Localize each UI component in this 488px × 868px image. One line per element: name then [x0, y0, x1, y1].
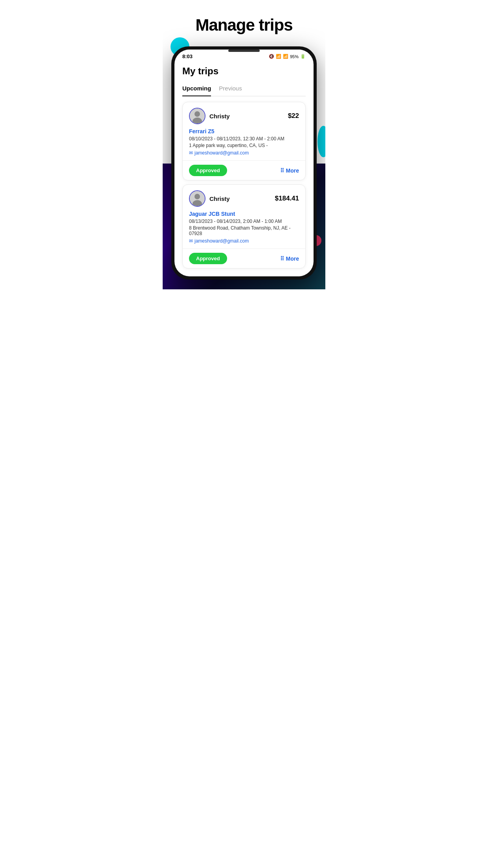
app-title: My trips — [182, 66, 306, 77]
trip-2-car: Jaguar JCB Stunt — [189, 211, 299, 217]
tab-upcoming[interactable]: Upcoming — [182, 83, 211, 96]
battery-icon: 🔋 — [300, 54, 306, 59]
status-icons: 🔇 📶 📶 95% 🔋 — [269, 54, 306, 59]
trip-2-bottom: Approved ⠿ More — [183, 248, 305, 268]
page-title-area: Manage trips — [163, 0, 325, 42]
trip-2-dates: 08/13/2023 - 08/14/2023, 2:00 AM - 1:00 … — [189, 219, 299, 224]
svg-point-1 — [194, 111, 200, 117]
trip-1-email: ✉ jameshoward@gmail.com — [189, 150, 299, 156]
wifi-icon: 📶 — [276, 54, 281, 59]
status-time: 8:03 — [182, 53, 193, 59]
trip-1-address: 1 Apple park way, cupertino, CA, US - — [189, 143, 299, 148]
svg-point-4 — [194, 194, 200, 199]
trip-2-user: Christy — [189, 190, 230, 207]
trip-1-more-icon: ⠿ — [280, 167, 284, 174]
app-content: My trips Upcoming Previous — [174, 62, 314, 276]
trip-1-more-label: More — [286, 167, 299, 174]
trip-card-1: Christy $22 Ferrari Z5 08/10/2023 - 08/1… — [182, 102, 306, 180]
trip-1-header: Christy $22 — [189, 108, 299, 124]
trip-2-username: Christy — [209, 195, 230, 202]
trip-2-header: Christy $184.41 — [189, 190, 299, 207]
trip-2-email-icon: ✉ — [189, 238, 193, 244]
trip-card-1-top: Christy $22 Ferrari Z5 08/10/2023 - 08/1… — [183, 102, 305, 160]
phone-screen: 8:03 🔇 📶 📶 95% 🔋 My trips Upcoming Previ… — [174, 50, 314, 276]
mute-icon: 🔇 — [269, 54, 274, 59]
tabs: Upcoming Previous — [182, 82, 306, 96]
trip-card-2: Christy $184.41 Jaguar JCB Stunt 08/13/2… — [182, 184, 306, 268]
trip-2-email-text: jameshoward@gmail.com — [194, 238, 249, 244]
trip-2-approved-btn[interactable]: Approved — [189, 253, 227, 264]
trip-1-price: $22 — [288, 112, 299, 120]
bg-circle-cyan-right — [317, 126, 325, 157]
trip-1-email-icon: ✉ — [189, 150, 193, 156]
trip-1-email-text: jameshoward@gmail.com — [194, 150, 249, 156]
trip-1-approved-btn[interactable]: Approved — [189, 165, 227, 176]
trip-1-avatar — [189, 108, 205, 124]
phone-frame: 8:03 🔇 📶 📶 95% 🔋 My trips Upcoming Previ… — [171, 46, 317, 280]
battery-text: 95% — [290, 54, 299, 59]
trip-2-more-btn[interactable]: ⠿ More — [280, 256, 299, 262]
trip-card-2-top: Christy $184.41 Jaguar JCB Stunt 08/13/2… — [183, 185, 305, 248]
page-title: Manage trips — [171, 16, 317, 35]
trip-1-dates: 08/10/2023 - 08/11/2023, 12:30 AM - 2:00… — [189, 136, 299, 142]
trip-1-car: Ferrari Z5 — [189, 128, 299, 134]
trip-2-price: $184.41 — [275, 195, 299, 202]
signal-icon: 📶 — [283, 54, 288, 59]
trip-1-user: Christy — [189, 108, 230, 124]
trip-2-email: ✉ jameshoward@gmail.com — [189, 238, 299, 244]
trip-2-address: 8 Brentwood Road, Chatham Township, NJ, … — [189, 225, 299, 236]
trip-2-more-icon: ⠿ — [280, 256, 284, 262]
trip-1-bottom: Approved ⠿ More — [183, 160, 305, 180]
tab-previous[interactable]: Previous — [219, 83, 242, 96]
page-wrapper: Manage trips 8:03 🔇 📶 📶 95% 🔋 My trips — [163, 0, 325, 289]
trips-list: Christy $22 Ferrari Z5 08/10/2023 - 08/1… — [182, 102, 306, 276]
trip-2-more-label: More — [286, 256, 299, 262]
phone-notch — [228, 50, 260, 52]
trip-1-more-btn[interactable]: ⠿ More — [280, 167, 299, 174]
trip-2-avatar — [189, 190, 205, 207]
trip-1-username: Christy — [209, 113, 230, 120]
